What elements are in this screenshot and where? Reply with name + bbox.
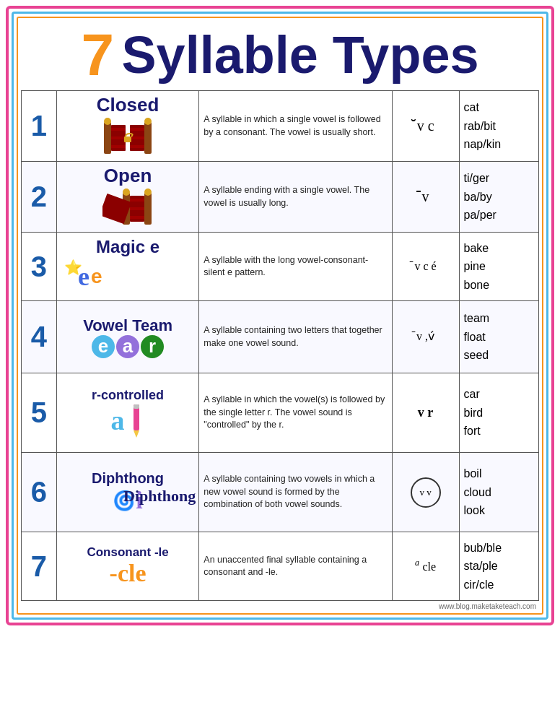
row-examples: bakepinebone	[459, 233, 538, 301]
row-number: 2	[22, 162, 57, 233]
header-title: Syllable Types	[122, 29, 479, 81]
row-description: A syllable containing two letters that t…	[199, 301, 392, 373]
row-number: 1	[22, 91, 57, 162]
row-symbol: ̆v c	[392, 91, 459, 162]
row-number: 5	[22, 373, 57, 453]
row-symbol: v v	[392, 453, 459, 532]
svg-rect-6	[111, 128, 126, 131]
row-name: Vowel Team e a r	[56, 301, 199, 373]
row-symbol: a cle	[392, 532, 459, 601]
page-header: 7 Syllable Types	[21, 21, 539, 90]
website-credit: www.blog.maketaketeach.com	[21, 601, 539, 610]
row-name: Magic e e ⭐ e	[56, 233, 199, 301]
table-row: 7 Consonant -le -cle An unaccented final…	[22, 532, 539, 601]
svg-rect-8	[111, 136, 126, 139]
row-examples: carbirdfort	[459, 373, 538, 453]
row-symbol: ̄v	[392, 162, 459, 233]
svg-point-16	[144, 188, 152, 196]
svg-point-3	[144, 118, 152, 125]
table-row: 4 Vowel Team e a r A syllable containing…	[22, 301, 539, 373]
row-number: 4	[22, 301, 57, 373]
svg-marker-23	[134, 430, 139, 438]
circle-vv-symbol: v v	[411, 477, 441, 508]
header-number: 7	[82, 25, 115, 84]
table-row: 2 Open A syllable ending with a single v…	[22, 162, 539, 233]
svg-rect-7	[130, 128, 144, 131]
svg-rect-19	[130, 199, 144, 202]
row-description: A syllable with the long vowel-consonant…	[199, 233, 392, 301]
row-examples: bub/blesta/plecir/cle	[459, 532, 538, 601]
svg-rect-24	[134, 404, 139, 409]
row-examples: boilcloudlook	[459, 453, 538, 532]
row-number: 6	[22, 453, 57, 532]
row-symbol: v r	[392, 373, 459, 453]
row-description: A syllable containing two vowels in whic…	[199, 453, 392, 532]
svg-rect-1	[144, 122, 152, 154]
row-description: An unaccented final syllable containing …	[199, 532, 392, 601]
row-description: A syllable ending with a single vowel. T…	[199, 162, 392, 233]
row-description: A syllable in which the vowel(s) is foll…	[199, 373, 392, 453]
table-row: 5 r-controlled a A syllable in which the…	[22, 373, 539, 453]
svg-point-2	[104, 118, 111, 125]
svg-rect-14	[144, 193, 152, 225]
outer-border: 7 Syllable Types 1 Closed	[6, 6, 554, 625]
row-description: A syllable in which a single vowel is fo…	[199, 91, 392, 162]
svg-rect-12	[124, 136, 131, 142]
row-name: Diphthong 🌀 i Diphthong	[56, 453, 199, 532]
row-number: 7	[22, 532, 57, 601]
row-examples: ti/gerba/bypa/per	[459, 162, 538, 233]
svg-rect-9	[130, 136, 144, 139]
row-examples: teamfloatseed	[459, 301, 538, 373]
row-name: Consonant -le -cle	[56, 532, 199, 601]
inner-border: 7 Syllable Types 1 Closed	[12, 12, 548, 620]
row-examples: catrab/bitnap/kin	[459, 91, 538, 162]
table-row: 3 Magic e e ⭐ e A syllable with the long…	[22, 233, 539, 301]
table-row: 6 Diphthong 🌀 i Diphthong A syllable con…	[22, 453, 539, 532]
svg-rect-20	[130, 207, 144, 210]
row-number: 3	[22, 233, 57, 301]
row-symbol: ̄v c é	[392, 233, 459, 301]
svg-rect-11	[130, 145, 144, 148]
svg-rect-10	[111, 145, 126, 148]
svg-rect-21	[130, 216, 144, 219]
row-name: Closed	[56, 91, 199, 162]
row-name: r-controlled a	[56, 373, 199, 453]
page-inner: 7 Syllable Types 1 Closed	[17, 17, 543, 615]
syllable-table: 1 Closed A	[21, 90, 539, 601]
row-name: Open	[56, 162, 199, 233]
row-symbol: ̄v ,v́	[392, 301, 459, 373]
svg-rect-0	[104, 122, 111, 154]
table-row: 1 Closed A	[22, 91, 539, 162]
svg-point-15	[123, 188, 130, 196]
